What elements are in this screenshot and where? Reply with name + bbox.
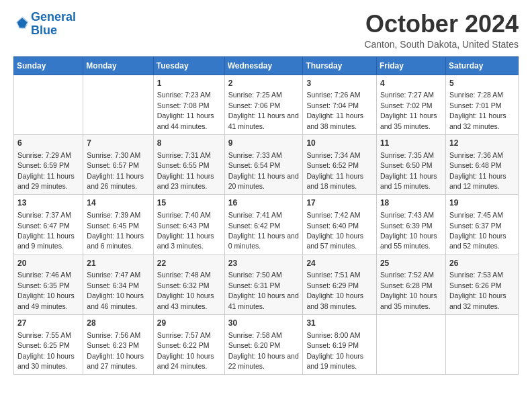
calendar-cell: 31Sunrise: 8:00 AMSunset: 6:19 PMDayligh… [303,315,377,375]
logo-text: General Blue [31,11,76,38]
sunrise-text: Sunrise: 7:43 AMSunset: 6:39 PMDaylight:… [380,211,437,250]
calendar-cell: 1Sunrise: 7:23 AMSunset: 7:08 PMDaylight… [153,75,224,134]
calendar-cell: 11Sunrise: 7:35 AMSunset: 6:50 PMDayligh… [376,134,445,194]
calendar-cell: 5Sunrise: 7:28 AMSunset: 7:01 PMDaylight… [445,75,518,134]
sunrise-text: Sunrise: 7:37 AMSunset: 6:47 PMDaylight:… [17,211,75,250]
sunrise-text: Sunrise: 7:53 AMSunset: 6:26 PMDaylight:… [449,271,506,310]
calendar-cell: 12Sunrise: 7:36 AMSunset: 6:48 PMDayligh… [445,134,518,194]
calendar-cell [445,315,518,375]
calendar-cell: 22Sunrise: 7:48 AMSunset: 6:32 PMDayligh… [153,255,224,314]
day-number: 23 [228,258,300,269]
calendar-cell [14,75,83,134]
sunrise-text: Sunrise: 7:23 AMSunset: 7:08 PMDaylight:… [157,91,214,130]
calendar-cell: 26Sunrise: 7:53 AMSunset: 6:26 PMDayligh… [445,255,518,314]
calendar-cell: 6Sunrise: 7:29 AMSunset: 6:59 PMDaylight… [14,134,83,194]
sunrise-text: Sunrise: 7:41 AMSunset: 6:42 PMDaylight:… [228,211,299,250]
day-number: 2 [228,78,300,89]
calendar-cell: 9Sunrise: 7:33 AMSunset: 6:54 PMDaylight… [224,134,303,194]
calendar-week-row: 1Sunrise: 7:23 AMSunset: 7:08 PMDaylight… [14,75,519,134]
sunrise-text: Sunrise: 7:45 AMSunset: 6:37 PMDaylight:… [449,211,506,250]
calendar-table: SundayMondayTuesdayWednesdayThursdayFrid… [13,56,519,375]
title-block: October 2024 Canton, South Dakota, Unite… [364,11,519,50]
day-number: 8 [157,138,221,149]
location: Canton, South Dakota, United States [364,39,519,50]
day-number: 3 [306,78,373,89]
day-number: 27 [17,318,79,329]
calendar-cell: 28Sunrise: 7:56 AMSunset: 6:23 PMDayligh… [83,315,153,375]
day-number: 30 [228,318,300,329]
sunrise-text: Sunrise: 7:35 AMSunset: 6:50 PMDaylight:… [380,151,437,190]
day-number: 17 [306,197,373,209]
weekday-header-friday: Friday [376,56,445,75]
weekday-header-thursday: Thursday [303,56,377,75]
weekday-header-sunday: Sunday [14,56,83,75]
weekday-header-wednesday: Wednesday [224,56,303,75]
calendar-cell: 19Sunrise: 7:45 AMSunset: 6:37 PMDayligh… [445,195,518,255]
sunrise-text: Sunrise: 7:56 AMSunset: 6:23 PMDaylight:… [87,331,144,370]
day-number: 24 [306,258,373,269]
calendar-week-row: 27Sunrise: 7:55 AMSunset: 6:25 PMDayligh… [14,315,519,375]
calendar-cell: 7Sunrise: 7:30 AMSunset: 6:57 PMDaylight… [83,134,153,194]
calendar-cell: 4Sunrise: 7:27 AMSunset: 7:02 PMDaylight… [376,75,445,134]
calendar-cell: 14Sunrise: 7:39 AMSunset: 6:45 PMDayligh… [83,195,153,255]
calendar-week-row: 13Sunrise: 7:37 AMSunset: 6:47 PMDayligh… [14,195,519,255]
day-number: 19 [449,197,515,209]
day-number: 5 [449,78,515,89]
day-number: 13 [17,197,79,209]
day-number: 26 [449,258,515,269]
calendar-cell: 18Sunrise: 7:43 AMSunset: 6:39 PMDayligh… [376,195,445,255]
day-number: 22 [157,258,221,269]
sunrise-text: Sunrise: 7:46 AMSunset: 6:35 PMDaylight:… [17,271,75,310]
day-number: 1 [157,78,221,89]
calendar-cell: 15Sunrise: 7:40 AMSunset: 6:43 PMDayligh… [153,195,224,255]
day-number: 14 [87,197,149,209]
logo: General Blue [13,11,76,38]
day-number: 12 [449,138,515,149]
sunrise-text: Sunrise: 7:30 AMSunset: 6:57 PMDaylight:… [87,151,144,190]
calendar-cell: 3Sunrise: 7:26 AMSunset: 7:04 PMDaylight… [303,75,377,134]
calendar-cell: 21Sunrise: 7:47 AMSunset: 6:34 PMDayligh… [83,255,153,314]
day-number: 15 [157,197,221,209]
sunrise-text: Sunrise: 7:48 AMSunset: 6:32 PMDaylight:… [157,271,214,310]
calendar-cell: 13Sunrise: 7:37 AMSunset: 6:47 PMDayligh… [14,195,83,255]
calendar-cell [376,315,445,375]
day-number: 4 [380,78,442,89]
calendar-cell: 2Sunrise: 7:25 AMSunset: 7:06 PMDaylight… [224,75,303,134]
day-number: 28 [87,318,149,329]
month-title: October 2024 [364,11,519,38]
day-number: 6 [17,138,79,149]
weekday-header-tuesday: Tuesday [153,56,224,75]
day-number: 10 [306,138,373,149]
sunrise-text: Sunrise: 7:50 AMSunset: 6:31 PMDaylight:… [228,271,299,310]
day-number: 9 [228,138,300,149]
sunrise-text: Sunrise: 7:39 AMSunset: 6:45 PMDaylight:… [87,211,144,250]
sunrise-text: Sunrise: 7:42 AMSunset: 6:40 PMDaylight:… [306,211,363,250]
sunrise-text: Sunrise: 7:55 AMSunset: 6:25 PMDaylight:… [17,331,75,370]
day-number: 21 [87,258,149,269]
sunrise-text: Sunrise: 7:57 AMSunset: 6:22 PMDaylight:… [157,331,214,370]
page-header: General Blue October 2024 Canton, South … [13,11,519,50]
calendar-week-row: 20Sunrise: 7:46 AMSunset: 6:35 PMDayligh… [14,255,519,314]
day-number: 25 [380,258,442,269]
day-number: 29 [157,318,221,329]
sunrise-text: Sunrise: 7:25 AMSunset: 7:06 PMDaylight:… [228,91,299,130]
weekday-header-saturday: Saturday [445,56,518,75]
calendar-cell: 24Sunrise: 7:51 AMSunset: 6:29 PMDayligh… [303,255,377,314]
sunrise-text: Sunrise: 7:36 AMSunset: 6:48 PMDaylight:… [449,151,506,190]
day-number: 31 [306,318,373,329]
weekday-header-monday: Monday [83,56,153,75]
calendar-cell: 23Sunrise: 7:50 AMSunset: 6:31 PMDayligh… [224,255,303,314]
calendar-cell: 25Sunrise: 7:52 AMSunset: 6:28 PMDayligh… [376,255,445,314]
calendar-cell: 27Sunrise: 7:55 AMSunset: 6:25 PMDayligh… [14,315,83,375]
sunrise-text: Sunrise: 7:40 AMSunset: 6:43 PMDaylight:… [157,211,214,250]
sunrise-text: Sunrise: 7:29 AMSunset: 6:59 PMDaylight:… [17,151,75,190]
sunrise-text: Sunrise: 7:34 AMSunset: 6:52 PMDaylight:… [306,151,363,190]
sunrise-text: Sunrise: 7:51 AMSunset: 6:29 PMDaylight:… [306,271,363,310]
calendar-cell [83,75,153,134]
day-number: 20 [17,258,79,269]
weekday-header-row: SundayMondayTuesdayWednesdayThursdayFrid… [14,56,519,75]
sunrise-text: Sunrise: 7:28 AMSunset: 7:01 PMDaylight:… [449,91,506,130]
day-number: 11 [380,138,442,149]
calendar-cell: 10Sunrise: 7:34 AMSunset: 6:52 PMDayligh… [303,134,377,194]
calendar-cell: 8Sunrise: 7:31 AMSunset: 6:55 PMDaylight… [153,134,224,194]
